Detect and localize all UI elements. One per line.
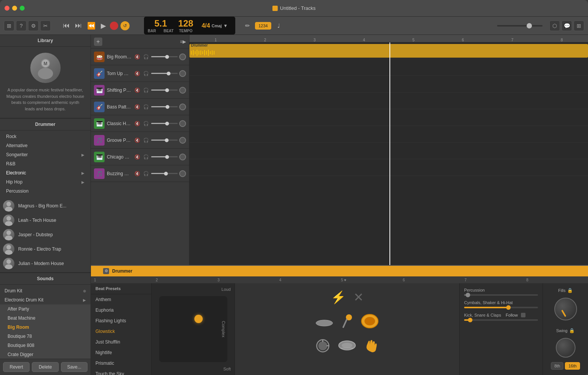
genre-item-percussion[interactable]: Percussion [0,187,91,196]
master-volume-slider[interactable] [497,25,543,27]
percussion-slider[interactable] [464,294,538,296]
track-row-5[interactable]: 🎵 Groove Pattern Pad 🔇 🎧 [91,132,189,149]
sound-boutique-808[interactable]: Boutique 808 [0,341,91,350]
preset-euphoria[interactable]: Euphoria [91,305,151,315]
sound-beat-machine[interactable]: Beat Machine [0,314,91,323]
follow-checkbox[interactable] [521,313,525,317]
pad-position-dot[interactable] [194,315,203,323]
track-headphone-1[interactable]: 🎧 [142,70,150,77]
track-fader-1[interactable] [151,73,178,74]
track-fader-2[interactable] [151,89,178,91]
track-fader-6[interactable] [151,156,178,157]
note-8th-btn[interactable]: 8th [551,362,563,370]
kick-slider[interactable] [464,319,538,321]
drummer-item-julian[interactable]: Julian - Modern House [0,256,91,271]
chat-btn[interactable]: 💬 [561,20,572,31]
record-btn[interactable] [110,22,118,30]
minimize-button[interactable] [12,6,17,11]
sound-after-party[interactable]: After Party [0,304,91,314]
track-row-6[interactable]: 🎹 Chicago Chords 🔇 🎧 [91,149,189,165]
track-fader-0[interactable] [151,56,178,57]
hand-icon-container[interactable] [364,338,379,353]
genre-item-alternative[interactable]: Alternative [0,141,91,150]
track-mute-3[interactable]: 🔇 [134,104,141,110]
preset-just-shufflin[interactable]: Just Shufflin [91,337,151,347]
track-mute-1[interactable]: 🔇 [134,70,141,77]
drummer-item-ronnie[interactable]: Ronnie - Electro Trap [0,242,91,256]
cymbal-icon-container[interactable] [315,315,334,327]
rewind-btn[interactable]: ⏮ [61,21,71,30]
settings-btn[interactable]: ⚙ [28,20,39,31]
genre-item-hiphop[interactable]: Hip Hop ▶ [0,177,91,187]
track-mute-2[interactable]: 🔇 [134,87,141,94]
track-row-2[interactable]: 🎹 Shifting Patterns Synth 🔇 🎧 [91,82,189,99]
drummer-item-leah[interactable]: Leah - Tech House [0,213,91,228]
track-fader-5[interactable] [151,140,178,141]
track-knob-1[interactable] [179,70,186,77]
fills-knob[interactable] [554,298,577,320]
revert-btn[interactable]: Revert [3,362,30,372]
track-headphone-2[interactable]: 🎧 [142,87,150,94]
sound-boutique-78[interactable]: Boutique 78 [0,332,91,341]
track-row-3[interactable]: 🎸 Bass Patterns 🔇 🎧 [91,99,189,115]
drummer-item-magnus[interactable]: Magnus - Big Room E... [0,199,91,213]
drummer-item-jasper[interactable]: Jasper - Dubstep [0,228,91,242]
maximize-button[interactable] [20,6,25,11]
track-headphone-4[interactable]: 🎧 [142,120,150,127]
delete-btn[interactable]: Delete [32,362,58,372]
help-btn[interactable]: ? [16,20,27,31]
preset-prismatic[interactable]: Prismatic [91,358,151,369]
share-btn[interactable]: ⬡ [549,20,560,31]
mixer-btn[interactable]: ♩ [274,20,284,31]
track-row-0[interactable]: 🥁 Big Room (Magnus) 🔇 🎧 [91,49,189,65]
track-mute-0[interactable]: 🔇 [134,53,141,60]
genre-item-electronic[interactable]: Electronic ▶ [0,168,91,177]
snare-icon-container[interactable] [338,340,356,351]
track-headphone-7[interactable]: 🎧 [142,170,150,177]
smart-controls-btn[interactable]: 1234 [255,22,271,30]
add-track-btn[interactable]: + [94,38,102,46]
track-mute-5[interactable]: 🔇 [134,137,141,144]
track-row-1[interactable]: 🎸 Torn Up Wobble Bass 🔇 🎧 [91,65,189,82]
preset-flashing-lights[interactable]: Flashing Lights [91,315,151,326]
fast-forward-btn[interactable]: ⏭ [74,21,83,30]
save-btn[interactable]: Save... [61,362,88,372]
goto-start-btn[interactable]: ⏪ [86,21,97,31]
kick-drum-icon-container[interactable] [360,314,379,329]
pad-area[interactable] [159,296,227,362]
track-fader-3[interactable] [151,106,178,107]
drummer-clip[interactable]: Drummer [189,44,588,58]
volume-thumb[interactable] [527,23,532,28]
sound-big-room[interactable]: Big Room [0,323,91,332]
track-sort-btn[interactable]: ≡▶ [180,39,186,44]
track-mute-7[interactable]: 🔇 [134,170,141,177]
track-headphone-3[interactable]: 🎧 [142,104,150,110]
track-knob-6[interactable] [179,154,186,160]
apps-btn[interactable]: ⊞ [574,20,584,31]
track-headphone-0[interactable]: 🎧 [142,53,150,60]
track-mute-6[interactable]: 🔇 [134,154,141,160]
preset-nightlife[interactable]: Nightlife [91,347,151,358]
sounds-cat-electronic[interactable]: Electronic Drum Kit ▶ [0,295,91,304]
track-mute-4[interactable]: 🔇 [134,120,141,127]
track-knob-2[interactable] [179,87,186,94]
cymbals-slider[interactable] [464,307,538,308]
genre-item-rnb[interactable]: R&B [0,159,91,168]
close-button[interactable] [5,6,9,11]
tom-icon-container[interactable] [315,338,330,353]
preset-touch-the-sky[interactable]: Touch the Sky [91,369,151,375]
scissors-btn[interactable]: ✂ [40,20,51,31]
time-sig-display[interactable]: 4/4 Cmaj ▼ [198,21,231,31]
library-btn[interactable]: ⊞ [4,20,14,31]
genre-item-songwriter[interactable]: Songwriter ▶ [0,150,91,159]
track-knob-7[interactable] [179,170,186,177]
track-knob-5[interactable] [179,137,186,144]
sound-crate-digger[interactable]: Crate Digger [0,350,91,359]
play-btn[interactable]: ▶ [99,21,108,31]
track-knob-4[interactable] [179,120,186,127]
track-fader-7[interactable] [151,173,178,174]
pencil-tool-btn[interactable]: ✏ [242,20,253,31]
note-16th-btn[interactable]: 16th [565,362,580,370]
preset-anthem[interactable]: Anthem [91,294,151,305]
track-fader-4[interactable] [151,123,178,124]
